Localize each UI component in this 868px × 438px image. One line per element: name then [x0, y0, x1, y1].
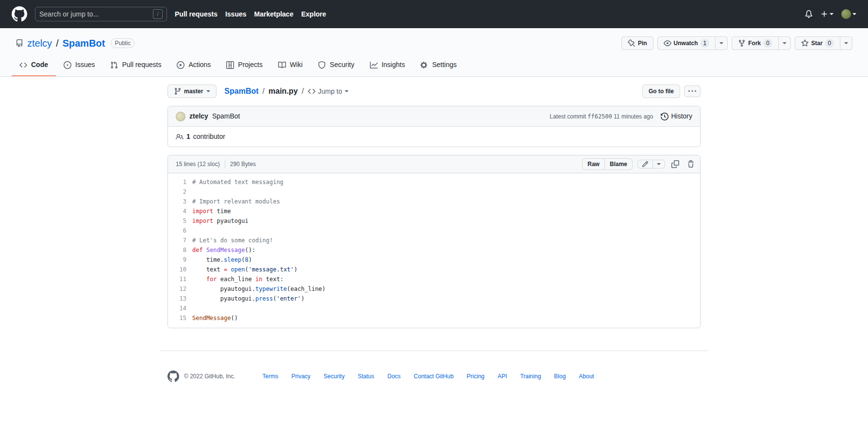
repo-owner-link[interactable]: ztelcy: [27, 37, 52, 50]
github-mark-icon[interactable]: [167, 371, 179, 382]
line-number[interactable]: 3: [168, 197, 192, 206]
footer-link-status[interactable]: Status: [358, 372, 374, 381]
line-number[interactable]: 2: [168, 187, 192, 197]
line-number[interactable]: 5: [168, 216, 192, 226]
header-nav-pull-requests[interactable]: Pull requests: [175, 9, 217, 19]
line-number[interactable]: 12: [168, 284, 192, 294]
footer-link-pricing[interactable]: Pricing: [467, 372, 484, 381]
repo-name-link[interactable]: SpamBot: [63, 37, 105, 50]
watch-dropdown-button[interactable]: [715, 36, 728, 50]
pencil-icon: [642, 161, 649, 168]
code-text: [192, 303, 700, 313]
file-box: 15 lines (12 sloc) 290 Bytes Raw Blame: [167, 155, 701, 328]
caret-down-icon: [657, 163, 661, 165]
repo-header: ztelcy / SpamBot Public Pin Unwatch 1: [0, 28, 868, 77]
footer-link-api[interactable]: API: [498, 372, 507, 381]
header-nav: Pull requestsIssuesMarketplaceExplore: [175, 9, 326, 19]
line-number[interactable]: 13: [168, 294, 192, 303]
footer-link-contact-github[interactable]: Contact GitHub: [414, 372, 453, 381]
file-header: 15 lines (12 sloc) 290 Bytes Raw Blame: [168, 155, 700, 173]
footer-link-security[interactable]: Security: [324, 372, 345, 381]
footer-link-docs[interactable]: Docs: [387, 372, 401, 381]
footer-link-training[interactable]: Training: [520, 372, 541, 381]
line-number[interactable]: 4: [168, 206, 192, 216]
edit-dropdown-button[interactable]: [652, 160, 665, 168]
branch-selector[interactable]: master: [167, 84, 217, 98]
watch-button-group: Unwatch 1: [657, 36, 728, 50]
line-number[interactable]: 15: [168, 313, 192, 323]
code-line: 13 pyautogui.press('enter'): [168, 294, 700, 303]
caret-down-icon: [852, 13, 856, 15]
history-link[interactable]: History: [661, 111, 692, 121]
line-number[interactable]: 7: [168, 236, 192, 245]
line-number[interactable]: 9: [168, 255, 192, 265]
repo-title-separator: /: [56, 36, 59, 51]
tab-label: Issues: [75, 60, 95, 70]
create-new-dropdown[interactable]: [820, 10, 834, 18]
tab-projects[interactable]: Projects: [218, 55, 270, 76]
star-dropdown-button[interactable]: [840, 36, 852, 50]
contributors-link[interactable]: 1 contributor: [168, 126, 700, 147]
contributors-count: 1: [186, 132, 190, 142]
jump-to-dropdown[interactable]: Jump to: [308, 86, 349, 97]
footer-link-terms[interactable]: Terms: [263, 372, 279, 381]
delete-file-button[interactable]: [685, 159, 696, 169]
header-nav-explore[interactable]: Explore: [301, 9, 326, 19]
line-number[interactable]: 10: [168, 265, 192, 274]
header-nav-issues[interactable]: Issues: [225, 9, 247, 19]
star-icon: [801, 39, 809, 47]
file-info: 15 lines (12 sloc) 290 Bytes: [176, 160, 256, 168]
star-button[interactable]: Star 0: [795, 36, 840, 50]
code-text: import time: [192, 206, 700, 216]
copy-raw-button[interactable]: [670, 159, 681, 169]
table-icon: [226, 61, 234, 69]
tab-wiki[interactable]: Wiki: [270, 55, 310, 76]
code-text: pyautogui.press('enter'): [192, 294, 700, 303]
copyright: © 2022 GitHub, Inc.: [184, 372, 235, 381]
footer-link-about[interactable]: About: [579, 372, 594, 381]
tab-settings[interactable]: Settings: [413, 55, 465, 76]
edit-file-button[interactable]: [637, 160, 653, 168]
tab-label: Security: [330, 60, 354, 70]
line-number[interactable]: 1: [168, 177, 192, 187]
unwatch-button[interactable]: Unwatch 1: [657, 36, 716, 50]
blame-button[interactable]: Blame: [604, 158, 633, 170]
fork-button[interactable]: Fork 0: [732, 36, 779, 50]
tab-security[interactable]: Security: [310, 55, 362, 76]
tab-label: Pull requests: [122, 60, 161, 70]
tab-pull-requests[interactable]: Pull requests: [102, 55, 169, 76]
pin-button[interactable]: Pin: [621, 36, 653, 50]
header-nav-marketplace[interactable]: Marketplace: [254, 9, 294, 19]
line-number[interactable]: 14: [168, 303, 192, 313]
raw-button[interactable]: Raw: [582, 158, 605, 170]
shield-icon: [318, 61, 326, 69]
search-input[interactable]: Search or jump to... /: [35, 7, 167, 21]
line-number[interactable]: 11: [168, 274, 192, 284]
fork-label: Fork: [748, 38, 761, 48]
bell-icon[interactable]: [805, 10, 813, 18]
git-pull-request-icon: [110, 61, 118, 69]
tab-code[interactable]: Code: [12, 55, 56, 76]
line-number[interactable]: 8: [168, 245, 192, 255]
github-logo[interactable]: [12, 6, 27, 22]
line-number[interactable]: 6: [168, 226, 192, 236]
tab-actions[interactable]: Actions: [169, 55, 218, 76]
tab-label: Wiki: [290, 60, 302, 70]
commit-hash-link[interactable]: ff62500: [587, 113, 612, 120]
history-label: History: [671, 111, 692, 121]
commit-author-link[interactable]: ztelcy: [189, 111, 208, 121]
user-menu[interactable]: [841, 9, 856, 19]
commit-author-avatar[interactable]: [176, 112, 185, 121]
go-to-file-button[interactable]: Go to file: [642, 84, 680, 98]
footer-left: © 2022 GitHub, Inc.: [167, 371, 235, 382]
footer-link-privacy[interactable]: Privacy: [291, 372, 310, 381]
breadcrumb-repo-link[interactable]: SpamBot: [224, 85, 258, 97]
tab-issues[interactable]: Issues: [56, 55, 102, 76]
watch-count: 1: [701, 39, 710, 48]
file-nav-right: Go to file: [642, 84, 701, 98]
footer-link-blog[interactable]: Blog: [554, 372, 566, 381]
more-options-button[interactable]: [684, 85, 701, 97]
fork-dropdown-button[interactable]: [778, 36, 791, 50]
tab-insights[interactable]: Insights: [362, 55, 413, 76]
commit-message-link[interactable]: SpamBot: [212, 111, 240, 121]
